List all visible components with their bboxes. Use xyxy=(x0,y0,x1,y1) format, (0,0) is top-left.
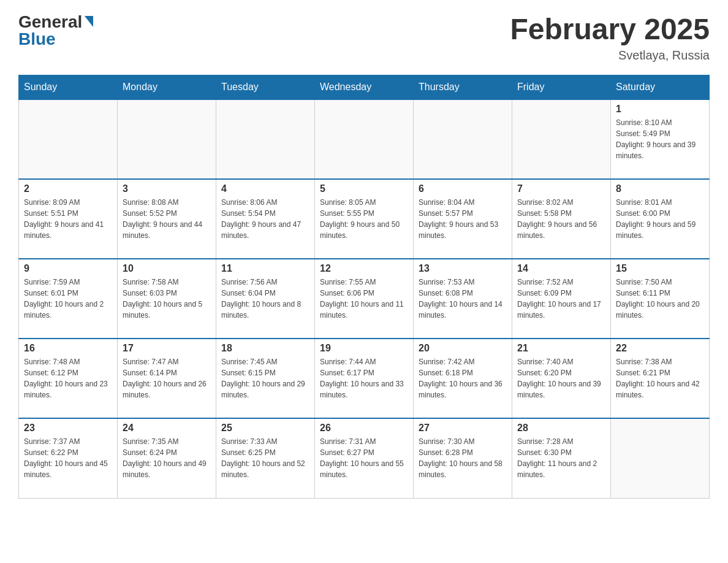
calendar-cell xyxy=(512,99,611,179)
calendar-cell: 12Sunrise: 7:55 AMSunset: 6:06 PMDayligh… xyxy=(315,259,414,339)
day-number: 17 xyxy=(123,343,211,354)
logo: General Blue xyxy=(18,12,93,49)
day-number: 4 xyxy=(221,183,309,194)
day-info: Sunrise: 7:56 AMSunset: 6:04 PMDaylight:… xyxy=(221,277,309,321)
calendar-cell: 24Sunrise: 7:35 AMSunset: 6:24 PMDayligh… xyxy=(118,418,216,498)
day-number: 18 xyxy=(221,343,309,354)
day-info: Sunrise: 8:05 AMSunset: 5:55 PMDaylight:… xyxy=(320,197,408,241)
page-header: General Blue February 2025 Svetlaya, Rus… xyxy=(18,12,710,63)
calendar-cell: 20Sunrise: 7:42 AMSunset: 6:18 PMDayligh… xyxy=(414,339,512,418)
day-info: Sunrise: 7:52 AMSunset: 6:09 PMDaylight:… xyxy=(517,277,605,321)
weekday-header-friday: Friday xyxy=(512,75,611,100)
weekday-header-saturday: Saturday xyxy=(611,75,710,100)
title-section: February 2025 Svetlaya, Russia xyxy=(510,12,710,63)
day-number: 1 xyxy=(616,104,704,115)
day-number: 21 xyxy=(517,343,605,354)
calendar-cell: 10Sunrise: 7:58 AMSunset: 6:03 PMDayligh… xyxy=(118,259,216,339)
day-number: 12 xyxy=(320,263,408,274)
calendar-header-row: SundayMondayTuesdayWednesdayThursdayFrid… xyxy=(19,75,710,100)
logo-blue-text: Blue xyxy=(18,29,56,49)
calendar-cell: 9Sunrise: 7:59 AMSunset: 6:01 PMDaylight… xyxy=(19,259,118,339)
day-info: Sunrise: 8:02 AMSunset: 5:58 PMDaylight:… xyxy=(517,197,605,241)
day-number: 3 xyxy=(123,183,211,194)
day-number: 26 xyxy=(320,423,408,434)
weekday-header-thursday: Thursday xyxy=(414,75,512,100)
day-number: 7 xyxy=(517,183,605,194)
day-number: 27 xyxy=(419,423,507,434)
calendar-cell: 15Sunrise: 7:50 AMSunset: 6:11 PMDayligh… xyxy=(611,259,710,339)
calendar-cell: 11Sunrise: 7:56 AMSunset: 6:04 PMDayligh… xyxy=(216,259,315,339)
calendar-cell: 19Sunrise: 7:44 AMSunset: 6:17 PMDayligh… xyxy=(315,339,414,418)
day-info: Sunrise: 7:55 AMSunset: 6:06 PMDaylight:… xyxy=(320,277,408,321)
day-number: 22 xyxy=(616,343,704,354)
calendar-cell: 5Sunrise: 8:05 AMSunset: 5:55 PMDaylight… xyxy=(315,179,414,259)
calendar-cell: 23Sunrise: 7:37 AMSunset: 6:22 PMDayligh… xyxy=(19,418,118,498)
day-number: 13 xyxy=(419,263,507,274)
day-number: 6 xyxy=(419,183,507,194)
day-info: Sunrise: 7:48 AMSunset: 6:12 PMDaylight:… xyxy=(24,356,112,400)
day-number: 11 xyxy=(221,263,309,274)
calendar-cell: 14Sunrise: 7:52 AMSunset: 6:09 PMDayligh… xyxy=(512,259,611,339)
day-info: Sunrise: 7:50 AMSunset: 6:11 PMDaylight:… xyxy=(616,277,704,321)
calendar-cell xyxy=(118,99,216,179)
day-number: 25 xyxy=(221,423,309,434)
calendar-cell: 27Sunrise: 7:30 AMSunset: 6:28 PMDayligh… xyxy=(414,418,512,498)
calendar-cell: 18Sunrise: 7:45 AMSunset: 6:15 PMDayligh… xyxy=(216,339,315,418)
location-text: Svetlaya, Russia xyxy=(510,48,710,63)
calendar-cell: 25Sunrise: 7:33 AMSunset: 6:25 PMDayligh… xyxy=(216,418,315,498)
day-number: 10 xyxy=(123,263,211,274)
weekday-header-monday: Monday xyxy=(118,75,216,100)
day-number: 5 xyxy=(320,183,408,194)
day-info: Sunrise: 7:44 AMSunset: 6:17 PMDaylight:… xyxy=(320,356,408,400)
calendar-cell: 26Sunrise: 7:31 AMSunset: 6:27 PMDayligh… xyxy=(315,418,414,498)
weekday-header-wednesday: Wednesday xyxy=(315,75,414,100)
calendar-cell: 21Sunrise: 7:40 AMSunset: 6:20 PMDayligh… xyxy=(512,339,611,418)
day-number: 24 xyxy=(123,423,211,434)
day-number: 15 xyxy=(616,263,704,274)
calendar-cell: 1Sunrise: 8:10 AMSunset: 5:49 PMDaylight… xyxy=(611,99,710,179)
day-info: Sunrise: 7:31 AMSunset: 6:27 PMDaylight:… xyxy=(320,436,408,480)
calendar-cell: 4Sunrise: 8:06 AMSunset: 5:54 PMDaylight… xyxy=(216,179,315,259)
day-info: Sunrise: 8:06 AMSunset: 5:54 PMDaylight:… xyxy=(221,197,309,241)
calendar-cell xyxy=(414,99,512,179)
day-info: Sunrise: 7:59 AMSunset: 6:01 PMDaylight:… xyxy=(24,277,112,321)
day-info: Sunrise: 7:28 AMSunset: 6:30 PMDaylight:… xyxy=(517,436,605,480)
weekday-header-tuesday: Tuesday xyxy=(216,75,315,100)
day-info: Sunrise: 8:01 AMSunset: 6:00 PMDaylight:… xyxy=(616,197,704,241)
calendar-week-4: 16Sunrise: 7:48 AMSunset: 6:12 PMDayligh… xyxy=(19,339,710,418)
day-info: Sunrise: 7:45 AMSunset: 6:15 PMDaylight:… xyxy=(221,356,309,400)
day-number: 23 xyxy=(24,423,112,434)
day-info: Sunrise: 7:58 AMSunset: 6:03 PMDaylight:… xyxy=(123,277,211,321)
day-info: Sunrise: 8:10 AMSunset: 5:49 PMDaylight:… xyxy=(616,117,704,161)
day-info: Sunrise: 7:53 AMSunset: 6:08 PMDaylight:… xyxy=(419,277,507,321)
month-title: February 2025 xyxy=(510,12,710,46)
calendar-cell: 3Sunrise: 8:08 AMSunset: 5:52 PMDaylight… xyxy=(118,179,216,259)
day-info: Sunrise: 7:30 AMSunset: 6:28 PMDaylight:… xyxy=(419,436,507,480)
calendar-cell xyxy=(315,99,414,179)
day-info: Sunrise: 7:38 AMSunset: 6:21 PMDaylight:… xyxy=(616,356,704,400)
day-number: 16 xyxy=(24,343,112,354)
calendar-cell xyxy=(19,99,118,179)
day-number: 9 xyxy=(24,263,112,274)
calendar-cell: 17Sunrise: 7:47 AMSunset: 6:14 PMDayligh… xyxy=(118,339,216,418)
logo-arrow-icon xyxy=(85,16,93,27)
day-number: 28 xyxy=(517,423,605,434)
day-info: Sunrise: 7:47 AMSunset: 6:14 PMDaylight:… xyxy=(123,356,211,400)
day-info: Sunrise: 8:08 AMSunset: 5:52 PMDaylight:… xyxy=(123,197,211,241)
calendar-cell: 22Sunrise: 7:38 AMSunset: 6:21 PMDayligh… xyxy=(611,339,710,418)
day-info: Sunrise: 8:09 AMSunset: 5:51 PMDaylight:… xyxy=(24,197,112,241)
calendar-cell: 16Sunrise: 7:48 AMSunset: 6:12 PMDayligh… xyxy=(19,339,118,418)
day-number: 20 xyxy=(419,343,507,354)
calendar-week-5: 23Sunrise: 7:37 AMSunset: 6:22 PMDayligh… xyxy=(19,418,710,498)
calendar-cell: 8Sunrise: 8:01 AMSunset: 6:00 PMDaylight… xyxy=(611,179,710,259)
calendar-table: SundayMondayTuesdayWednesdayThursdayFrid… xyxy=(18,75,710,499)
day-number: 14 xyxy=(517,263,605,274)
day-info: Sunrise: 7:42 AMSunset: 6:18 PMDaylight:… xyxy=(419,356,507,400)
calendar-cell: 7Sunrise: 8:02 AMSunset: 5:58 PMDaylight… xyxy=(512,179,611,259)
weekday-header-sunday: Sunday xyxy=(19,75,118,100)
day-number: 8 xyxy=(616,183,704,194)
day-info: Sunrise: 7:40 AMSunset: 6:20 PMDaylight:… xyxy=(517,356,605,400)
calendar-cell: 28Sunrise: 7:28 AMSunset: 6:30 PMDayligh… xyxy=(512,418,611,498)
calendar-week-3: 9Sunrise: 7:59 AMSunset: 6:01 PMDaylight… xyxy=(19,259,710,339)
calendar-cell: 13Sunrise: 7:53 AMSunset: 6:08 PMDayligh… xyxy=(414,259,512,339)
